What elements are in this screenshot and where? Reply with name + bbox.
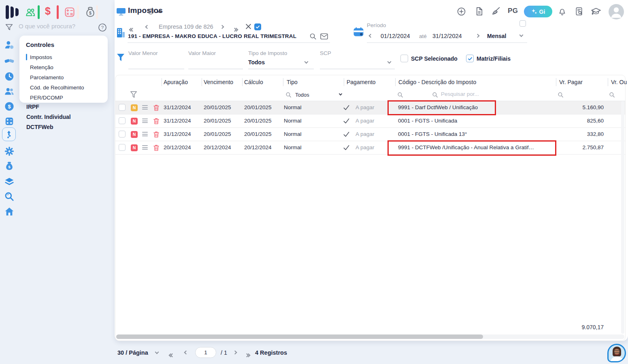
prev-page-button[interactable] xyxy=(184,351,188,355)
last-page-button[interactable] xyxy=(245,351,250,358)
row-menu-icon[interactable] xyxy=(142,119,148,124)
help-icon[interactable]: ? xyxy=(98,23,107,32)
table-row[interactable]: N 31/12/2024 20/01/2025 20/01/2025 Norma… xyxy=(115,114,625,128)
trash-icon[interactable] xyxy=(153,131,160,138)
tipo-filter-value[interactable]: Todos xyxy=(295,92,309,98)
info-icon[interactable] xyxy=(148,8,154,15)
mail-icon[interactable] xyxy=(320,33,328,40)
home-icon[interactable] xyxy=(4,206,15,217)
document-icon[interactable] xyxy=(475,6,484,16)
row-menu-icon[interactable] xyxy=(142,145,148,151)
horizontal-scrollbar[interactable] xyxy=(116,334,624,339)
valor-maior-input[interactable] xyxy=(188,69,243,69)
trash-icon[interactable] xyxy=(153,118,160,125)
table-row[interactable]: N 31/12/2024 20/01/2025 20/01/2025 Norma… xyxy=(115,128,625,141)
row-menu-icon[interactable] xyxy=(142,105,148,111)
menu-item-per-dcomp[interactable]: PER/DCOMP xyxy=(26,93,101,103)
calculator-module-icon[interactable] xyxy=(64,6,75,18)
table-funnel-icon[interactable] xyxy=(130,91,137,99)
tipo-imposto-value[interactable]: Todos xyxy=(248,59,265,66)
per-page-select[interactable]: 30 / Página xyxy=(117,349,148,356)
matriz-filiais-checkbox[interactable] xyxy=(466,55,474,62)
clock-icon[interactable] xyxy=(4,71,15,82)
audit-document-icon[interactable] xyxy=(575,6,584,16)
users-icon[interactable] xyxy=(4,86,15,97)
col-apuracao[interactable]: Apuração xyxy=(164,75,188,89)
gi-assistant-button[interactable]: Gi xyxy=(524,6,552,17)
row-checkbox[interactable] xyxy=(119,131,126,138)
per-page-chevron-icon[interactable] xyxy=(155,350,159,354)
company-last-button[interactable] xyxy=(233,25,238,33)
tipo-imposto-select[interactable] xyxy=(248,69,314,69)
pagamento-check-icon[interactable] xyxy=(343,118,350,124)
col-vr-outros[interactable]: Vr. Ou xyxy=(611,75,627,89)
filter-icon[interactable] xyxy=(5,23,13,32)
company-first-button[interactable] xyxy=(130,25,134,33)
menu-item-irpf[interactable]: IRPF xyxy=(26,104,39,110)
menu-item-dctfweb[interactable]: DCTFWeb xyxy=(26,124,53,130)
first-page-button[interactable] xyxy=(169,351,174,358)
user-avatar[interactable] xyxy=(609,4,624,19)
menu-item-impostos[interactable]: Impostos xyxy=(26,52,101,62)
app-logo[interactable] xyxy=(6,5,19,19)
horizontal-scrollbar-thumb[interactable] xyxy=(116,334,483,339)
menu-item-contr-individual[interactable]: Contr. Individual xyxy=(26,114,71,120)
table-row[interactable]: N 31/12/2024 20/01/2025 20/01/2025 Norma… xyxy=(115,101,625,114)
periodo-date-from[interactable]: 01/12/2024 xyxy=(381,33,410,39)
periodo-date-to[interactable]: 31/12/2024 xyxy=(432,33,462,39)
row-checkbox[interactable] xyxy=(119,104,126,111)
menu-item-parcelamento[interactable]: Parcelamento xyxy=(26,72,101,83)
next-page-button[interactable] xyxy=(233,351,237,355)
pg-button[interactable]: PG xyxy=(508,7,518,15)
row-menu-icon[interactable] xyxy=(142,132,148,138)
search-input[interactable] xyxy=(19,23,89,30)
scp-select[interactable] xyxy=(320,69,395,69)
tax-module-active[interactable] xyxy=(2,127,16,141)
moneybag-blue-icon[interactable]: $ xyxy=(4,161,15,171)
col-pagamento[interactable]: Pagamento xyxy=(347,75,376,89)
settings-gear-icon[interactable] xyxy=(4,146,15,157)
company-checkbox[interactable] xyxy=(254,23,261,30)
scp-selecionado-checkbox[interactable] xyxy=(400,55,408,62)
row-checkbox[interactable] xyxy=(119,144,126,151)
search-module-icon[interactable] xyxy=(4,191,15,202)
tipo-filter-chevron-icon[interactable] xyxy=(339,92,342,95)
add-icon[interactable] xyxy=(457,7,466,16)
handshake-icon[interactable] xyxy=(4,56,15,66)
menu-item-cod-recolhimento[interactable]: Cód. de Recolhimento xyxy=(26,83,101,93)
periodo-checkbox[interactable] xyxy=(519,20,526,27)
codigo-filter-search-icon[interactable] xyxy=(432,92,438,98)
col-tipo[interactable]: Tipo xyxy=(287,75,298,89)
vr-pagar-filter-search-icon[interactable] xyxy=(558,92,564,98)
broom-icon[interactable] xyxy=(491,6,501,16)
trash-icon[interactable] xyxy=(153,144,160,151)
graduation-cap-icon[interactable] xyxy=(591,6,601,16)
assistant-chat-avatar[interactable] xyxy=(607,344,626,362)
pagamento-check-icon[interactable] xyxy=(343,131,350,138)
vr-outros-filter-search-icon[interactable] xyxy=(609,92,615,98)
dollar-circle-icon[interactable]: $ xyxy=(4,101,15,112)
codigo-search-input[interactable] xyxy=(441,91,514,97)
trash-icon[interactable] xyxy=(153,104,160,111)
row-checkbox[interactable] xyxy=(119,117,126,124)
company-search-icon[interactable] xyxy=(309,33,317,40)
page-input[interactable] xyxy=(195,347,216,358)
people-module-icon[interactable] xyxy=(25,6,36,18)
bell-icon[interactable] xyxy=(558,6,567,16)
col-vr-pagar[interactable]: Vr. Pagar xyxy=(559,75,583,89)
pagamento-filter-search-icon[interactable] xyxy=(397,92,403,98)
calculator-blue-icon[interactable] xyxy=(4,116,15,127)
pagamento-check-icon[interactable] xyxy=(343,144,350,151)
col-calculo[interactable]: Cálculo xyxy=(244,75,263,89)
pagamento-check-icon[interactable] xyxy=(343,104,350,111)
filters-funnel-icon[interactable] xyxy=(116,53,125,63)
periodo-mode[interactable]: Mensal xyxy=(487,33,506,39)
layers-icon[interactable] xyxy=(4,176,15,187)
valor-menor-input[interactable] xyxy=(128,69,184,69)
moneybag-module-icon[interactable]: $ xyxy=(84,6,96,19)
company-close-icon[interactable] xyxy=(245,23,252,30)
user-settings-icon[interactable] xyxy=(4,40,15,50)
dollar-module-icon[interactable]: $ xyxy=(45,5,51,17)
menu-item-retencao[interactable]: Retenção xyxy=(26,62,101,72)
col-vencimento[interactable]: Vencimento xyxy=(204,75,233,89)
